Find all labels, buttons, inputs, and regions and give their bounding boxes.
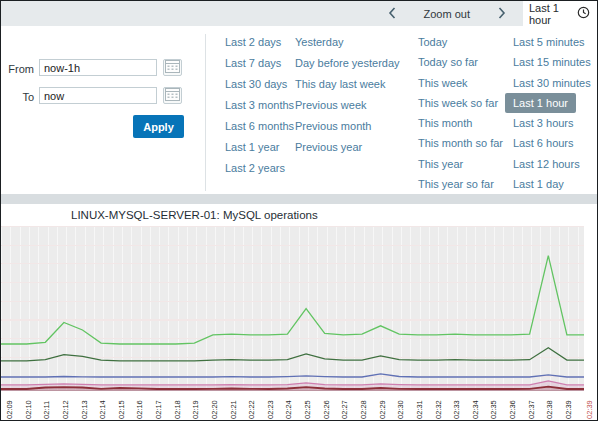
quick-range-previous-month[interactable]: Previous month [295, 116, 371, 137]
x-tick-label: 02:27 [340, 400, 349, 419]
zoom-out-button[interactable]: Zoom out [418, 6, 476, 22]
quick-range-last-3-months[interactable]: Last 3 months [225, 95, 294, 116]
x-tick-label: 02:38 [545, 400, 554, 419]
x-tick-label: 02:37 [527, 400, 536, 419]
apply-button[interactable]: Apply [133, 115, 184, 138]
quick-range-previous-week[interactable]: Previous week [295, 95, 367, 116]
x-tick-label: 02:19 [191, 400, 200, 419]
light-green-line [1, 256, 584, 344]
quick-range-column: TodayToday so farThis weekThis week so f… [418, 32, 513, 194]
quick-range-last-1-year[interactable]: Last 1 year [225, 137, 279, 158]
quick-range-last-1-day[interactable]: Last 1 day [513, 174, 564, 194]
quick-range-day-before-yesterday[interactable]: Day before yesterday [295, 53, 400, 74]
quick-range-column: Last 2 daysLast 7 daysLast 30 daysLast 3… [225, 32, 295, 194]
chart-series-svg [1, 226, 584, 391]
time-filter-panel: From To Apply Last 2 daysLast 7 daysLast… [1, 26, 597, 194]
pink-line [1, 381, 584, 385]
x-tick-label: 02:11 [42, 401, 51, 419]
x-tick-label: 02:34 [471, 400, 480, 419]
chart-plot-area[interactable] [1, 226, 584, 391]
quick-range-this-week[interactable]: This week [418, 73, 468, 93]
quick-range-last-3-hours[interactable]: Last 3 hours [513, 113, 574, 133]
quick-range-this-week-so-far[interactable]: This week so far [418, 93, 498, 113]
x-tick-label: 02:16 [135, 400, 144, 419]
calendar-icon [165, 60, 180, 76]
x-tick-label: 02:39 [564, 400, 573, 419]
quick-range-previous-year[interactable]: Previous year [295, 137, 362, 158]
quick-range-last-2-years[interactable]: Last 2 years [225, 158, 285, 179]
x-tick-label: 02:12 [61, 400, 70, 419]
quick-range-last-12-hours[interactable]: Last 12 hours [513, 154, 580, 174]
chart-title: LINUX-MYSQL-SERVER-01: MySQL operations [71, 209, 318, 221]
quick-range-last-2-days[interactable]: Last 2 days [225, 32, 281, 53]
time-shift-forward-button[interactable] [492, 5, 512, 23]
x-tick-label: 02:23 [266, 400, 275, 419]
x-tick-label: 02:28 [359, 400, 368, 419]
x-tick-label: 02:21 [229, 400, 238, 419]
x-tick-label: 02:20 [210, 400, 219, 419]
x-tick-label: 02:25 [303, 400, 312, 419]
dark-green-line [1, 348, 584, 361]
x-tick-label: 02:10 [24, 400, 33, 419]
x-tick-label: 02:09 [5, 400, 14, 419]
calendar-icon [165, 88, 180, 104]
to-label: To [1, 91, 34, 103]
quick-range-this-month-so-far[interactable]: This month so far [418, 133, 503, 153]
quick-range-column: YesterdayDay before yesterdayThis day la… [295, 32, 418, 194]
x-tick-label: 02:18 [173, 400, 182, 419]
x-tick-label: 02:22 [247, 400, 256, 419]
chevron-left-icon [388, 7, 396, 21]
zoom-controls: Zoom out [382, 1, 512, 26]
quick-range-this-year[interactable]: This year [418, 154, 463, 174]
quick-range-last-15-minutes[interactable]: Last 15 minutes [513, 52, 591, 72]
quick-range-last-5-minutes[interactable]: Last 5 minutes [513, 32, 585, 52]
to-input[interactable] [39, 87, 157, 104]
x-tick-label: 02:31 [415, 400, 424, 419]
to-calendar-button[interactable] [163, 87, 182, 104]
time-range-tab[interactable]: Last 1 hour [523, 1, 597, 26]
from-label: From [1, 63, 34, 75]
time-navigation-bar: Zoom out Last 1 hour [1, 1, 597, 26]
quick-range-last-1-hour[interactable]: Last 1 hour [505, 93, 576, 113]
x-tick-label: 02:29 [378, 400, 387, 419]
quick-range-last-6-hours[interactable]: Last 6 hours [513, 133, 574, 153]
quick-range-list: Last 2 daysLast 7 daysLast 30 daysLast 3… [205, 26, 597, 194]
quick-range-this-year-so-far[interactable]: This year so far [418, 174, 494, 194]
chevron-right-icon [498, 7, 506, 21]
from-calendar-button[interactable] [163, 59, 182, 76]
x-tick-label: 02:32 [434, 400, 443, 419]
mysql-operations-chart-card: LINUX-MYSQL-SERVER-01: MySQL operations … [1, 204, 597, 421]
x-tick-label: 02:17 [154, 400, 163, 419]
x-tick-label: 02:13 [80, 400, 89, 419]
x-tick-label: 02:24 [284, 400, 293, 419]
quick-range-last-6-months[interactable]: Last 6 months [225, 116, 294, 137]
blue-line [1, 374, 584, 377]
quick-range-last-30-days[interactable]: Last 30 days [225, 74, 287, 95]
quick-range-this-month[interactable]: This month [418, 113, 472, 133]
quick-range-yesterday[interactable]: Yesterday [295, 32, 344, 53]
from-input[interactable] [39, 59, 157, 76]
x-tick-label: 02:30 [396, 400, 405, 419]
time-range-tab-label: Last 1 hour [529, 2, 577, 26]
panel-separator [1, 194, 597, 204]
quick-range-today-so-far[interactable]: Today so far [418, 52, 478, 72]
quick-range-today[interactable]: Today [418, 32, 447, 52]
x-tick-label: 02:26 [322, 400, 331, 419]
clock-icon [577, 6, 590, 21]
time-shift-back-button[interactable] [382, 5, 402, 23]
quick-range-this-day-last-week[interactable]: This day last week [295, 74, 385, 95]
x-tick-label: 02:15 [117, 400, 126, 419]
x-tick-label: 02:36 [508, 400, 517, 419]
zabbix-time-filter-screen: Zoom out Last 1 hour From To [0, 0, 598, 421]
current-time-label: 02:39 [585, 400, 594, 419]
quick-range-last-7-days[interactable]: Last 7 days [225, 53, 281, 74]
x-tick-label: 02:35 [489, 400, 498, 419]
quick-range-column: Last 5 minutesLast 15 minutesLast 30 min… [513, 32, 591, 194]
x-tick-label: 02:14 [98, 400, 107, 419]
quick-range-last-30-minutes[interactable]: Last 30 minutes [513, 73, 591, 93]
x-tick-label: 02:33 [452, 400, 461, 419]
